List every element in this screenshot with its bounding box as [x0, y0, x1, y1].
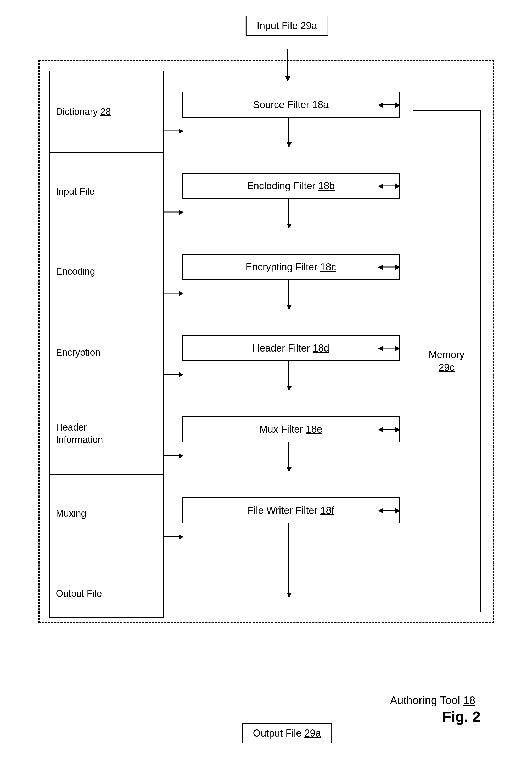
header-filter-label: Header Filter 18d [253, 343, 329, 354]
arrow-mux-to-filewriter [288, 442, 289, 471]
memory-box: Memory29c [413, 110, 481, 612]
source-filter-box: Source Filter 18a [182, 92, 400, 118]
dict-encoding-label: Encoding [56, 266, 95, 277]
encrypting-filter-box: Encrypting Filter 18c [182, 254, 400, 280]
mux-filter-box: Mux Filter 18e [182, 416, 400, 442]
fig-label: Fig. 2 [442, 708, 480, 725]
dict-section-encryption: Encryption [50, 312, 163, 393]
dict-section-header-info: HeaderInformation [50, 393, 163, 475]
arrow-input-file-to-source [164, 131, 183, 131]
arrow-filewriter-to-output [288, 523, 289, 597]
arrow-source-to-encoding [288, 118, 289, 147]
diagram: Input File 29a Dictionary 28 Input File … [31, 10, 502, 759]
dict-label: Dictionary 28 [56, 106, 111, 117]
memory-label: Memory29c [429, 348, 464, 374]
encoding-filter-label: Encloding Filter 18b [247, 180, 335, 192]
dict-section-dictionary: Dictionary 28 [50, 71, 163, 153]
dict-muxing-label: Muxing [56, 508, 86, 519]
arrow-encryption-to-filter [164, 293, 183, 294]
arrow-encoding-to-filter [164, 212, 183, 213]
arrow-muxing-to-filter [164, 455, 183, 456]
input-file-top-box: Input File 29a [245, 16, 328, 36]
arrow-memory-mux [379, 429, 400, 430]
input-file-top-label: Input File [257, 20, 300, 31]
authoring-tool-label: Authoring Tool 18 [390, 694, 475, 707]
arrow-encoding-to-encrypting [288, 199, 289, 228]
arrow-memory-header [379, 348, 400, 349]
output-file-bottom-ref: 29a [304, 728, 321, 739]
file-writer-filter-box: File Writer Filter 18f [182, 497, 400, 523]
dictionary-sidebar: Dictionary 28 Input File Encoding Encryp… [49, 71, 164, 618]
dict-section-encoding: Encoding [50, 231, 163, 312]
arrow-header-to-mux [288, 361, 289, 390]
arrow-encrypting-to-header [288, 280, 289, 309]
dict-section-output-file: Output File [50, 553, 163, 634]
dict-header-info-label: HeaderInformation [56, 421, 103, 446]
source-filter-label: Source Filter 18a [253, 99, 329, 110]
file-writer-filter-label: File Writer Filter 18f [248, 505, 334, 516]
dict-output-file-label: Output File [56, 588, 102, 599]
arrow-memory-filewriter [379, 510, 400, 511]
dict-encryption-label: Encryption [56, 347, 100, 358]
output-file-bottom-label: Output File [253, 728, 304, 739]
encoding-filter-box: Encloding Filter 18b [182, 173, 400, 199]
header-filter-box: Header Filter 18d [182, 335, 400, 361]
input-file-top-ref: 29a [300, 20, 317, 31]
arrow-memory-source [379, 104, 400, 105]
arrow-memory-encrypting [379, 267, 400, 268]
output-file-bottom-box: Output File 29a [242, 723, 332, 743]
mux-filter-label: Mux Filter 18e [259, 424, 322, 435]
arrow-memory-encoding [379, 186, 400, 186]
arrow-headerinfo-to-filter [164, 374, 183, 375]
encrypting-filter-label: Encrypting Filter 18c [245, 261, 336, 273]
arrow-outputfile-to-filter [164, 536, 183, 537]
dict-section-muxing: Muxing [50, 475, 163, 553]
dict-section-input-file: Input File [50, 153, 163, 231]
dict-input-file-label: Input File [56, 186, 95, 197]
